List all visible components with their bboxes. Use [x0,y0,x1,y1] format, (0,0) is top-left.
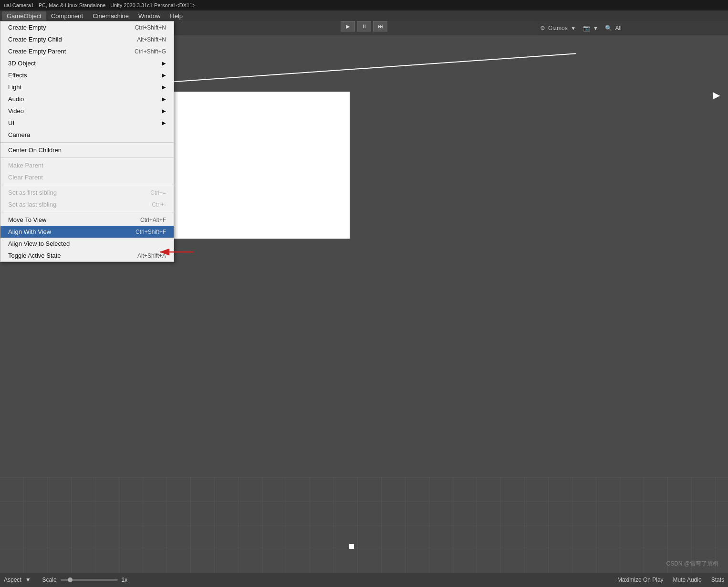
align-with-view-shortcut: Ctrl+Shift+F [135,229,166,235]
all-label: All [615,25,621,31]
camera-dropdown-icon[interactable]: ▼ [593,25,599,31]
menu-effects[interactable]: Effects ▶ [0,69,174,81]
3d-object-arrow: ▶ [162,61,166,66]
menu-create-empty[interactable]: Create Empty Ctrl+Shift+N [0,21,174,33]
maximize-on-play-button[interactable]: Maximize On Play [617,577,664,583]
search-icon: 🔍 [605,25,612,31]
scale-thumb [68,577,73,582]
menu-set-first-sibling: Set as first sibling Ctrl+= [0,187,174,199]
3d-object-label: 3D Object [8,60,36,67]
create-empty-child-label: Create Empty Child [8,36,62,43]
menu-align-view-to-selected[interactable]: Align View to Selected [0,238,174,250]
gizmos-icon: ⚙ [540,25,545,31]
watermark: CSDN @雪弯了眉梢 [666,560,718,568]
stats-button[interactable]: Stats [711,577,724,583]
light-arrow: ▶ [162,84,166,90]
viewport-grid [0,477,728,573]
aspect-label: Aspect [4,577,21,583]
menu-set-last-sibling: Set as last sibling Ctrl+- [0,199,174,210]
audio-label: Audio [8,95,24,103]
mute-audio-button[interactable]: Mute Audio [673,577,702,583]
menu-clear-parent: Clear Parent [0,171,174,183]
menu-move-to-view[interactable]: Move To View Ctrl+Alt+F [0,214,174,226]
effects-label: Effects [8,72,27,79]
set-last-sibling-label: Set as last sibling [8,201,56,208]
create-empty-label: Create Empty [8,24,46,31]
scale-slider[interactable] [61,579,118,581]
menu-audio[interactable]: Audio ▶ [0,93,174,105]
scene-direction-arrow: ▶ [709,88,723,102]
effects-arrow: ▶ [162,73,166,78]
set-first-sibling-shortcut: Ctrl+= [150,189,166,196]
create-empty-shortcut: Ctrl+Shift+N [135,24,166,31]
play-controls: ▶ ⏸ ⏭ [341,21,387,31]
create-empty-child-shortcut: Alt+Shift+N [137,36,166,43]
scale-label: Scale [42,577,57,583]
menu-camera[interactable]: Camera [0,129,174,141]
video-arrow: ▶ [162,108,166,114]
small-white-square [349,544,354,549]
camera-label: Camera [8,131,30,138]
menu-toggle-active-state[interactable]: Toggle Active State Alt+Shift+A [0,250,174,262]
menu-align-with-view[interactable]: Align With View Ctrl+Shift+F [0,226,174,238]
move-to-view-label: Move To View [8,216,46,223]
clear-parent-label: Clear Parent [8,174,43,181]
set-last-sibling-shortcut: Ctrl+- [152,201,166,208]
menu-light[interactable]: Light ▶ [0,81,174,93]
center-on-children-label: Center On Children [8,147,62,154]
scene-line [148,53,576,84]
aspect-dropdown-icon[interactable]: ▼ [25,577,31,583]
menu-ui[interactable]: UI ▶ [0,117,174,129]
menu-window[interactable]: Window [134,11,165,21]
gizmos-bar: ⚙ Gizmos ▼ 📷 ▼ 🔍 All [537,21,728,35]
menu-3d-object[interactable]: 3D Object ▶ [0,57,174,69]
divider-4 [0,212,174,212]
menu-create-empty-child[interactable]: Create Empty Child Alt+Shift+N [0,33,174,45]
camera-icon: 📷 [583,25,590,31]
menu-cinemachine[interactable]: Cinemachine [88,11,134,21]
pause-button[interactable]: ⏸ [357,21,371,31]
divider-1 [0,142,174,143]
align-with-view-label: Align With View [8,228,51,235]
red-arrow-annotation [157,246,196,259]
bottom-toolbar: Aspect ▼ Scale 1x Maximize On Play Mute … [0,573,728,587]
make-parent-label: Make Parent [8,162,43,169]
divider-2 [0,157,174,158]
menu-create-empty-parent[interactable]: Create Empty Parent Ctrl+Shift+G [0,45,174,57]
divider-3 [0,185,174,185]
video-label: Video [8,107,24,115]
menu-make-parent: Make Parent [0,159,174,171]
gameobject-dropdown-menu: Create Empty Ctrl+Shift+N Create Empty C… [0,21,174,262]
create-empty-parent-label: Create Empty Parent [8,48,66,55]
menu-gameobject[interactable]: GameObject [2,11,46,21]
move-to-view-shortcut: Ctrl+Alt+F [140,217,166,223]
gizmos-dropdown-icon[interactable]: ▼ [571,25,576,31]
ui-label: UI [8,119,14,126]
menu-bar: GameObject Component Cinemachine Window … [0,10,728,21]
gizmos-label[interactable]: Gizmos [548,25,568,31]
step-button[interactable]: ⏭ [373,21,387,31]
toggle-active-state-label: Toggle Active State [8,252,61,259]
menu-center-on-children[interactable]: Center On Children [0,144,174,156]
scale-value: 1x [122,577,128,583]
align-view-to-selected-label: Align View to Selected [8,240,70,247]
play-button[interactable]: ▶ [341,21,355,31]
menu-video[interactable]: Video ▶ [0,105,174,117]
set-first-sibling-label: Set as first sibling [8,189,57,196]
create-empty-parent-shortcut: Ctrl+Shift+G [135,48,166,55]
title-bar: ual Camera1 - PC, Mac & Linux Standalone… [0,0,728,10]
menu-help[interactable]: Help [165,11,187,21]
scene-white-rect [174,92,350,239]
light-label: Light [8,84,21,91]
ui-arrow: ▶ [162,120,166,126]
title-text: ual Camera1 - PC, Mac & Linux Standalone… [4,2,196,8]
audio-arrow: ▶ [162,96,166,102]
menu-component[interactable]: Component [46,11,88,21]
